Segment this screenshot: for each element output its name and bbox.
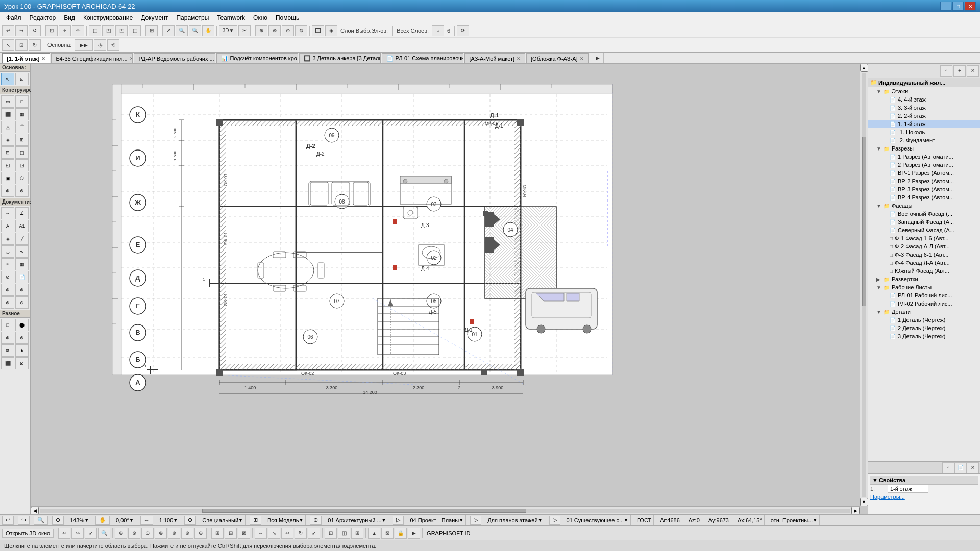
tool-section[interactable]: ⊚	[1, 284, 14, 296]
tb-cut[interactable]: ✂	[238, 25, 251, 36]
bt-snap6[interactable]: ⊜	[181, 528, 193, 539]
tree-razrez1[interactable]: 📄 1 Разрез (Автомати...	[868, 153, 980, 161]
scroll-right[interactable]: ▶	[851, 507, 860, 515]
bt-undo3[interactable]: ↩	[58, 528, 70, 539]
tab-floor1[interactable]: [1. 1-й этаж] ✕	[2, 53, 50, 63]
tb-redo[interactable]: ↪	[15, 25, 28, 36]
tb-view4[interactable]: ◲	[129, 25, 141, 36]
menu-editor[interactable]: Редактор	[26, 13, 60, 22]
tb2-select[interactable]: ↖	[2, 39, 14, 51]
tool-elev[interactable]: ⊛	[15, 284, 29, 296]
tool-misc1[interactable]: □	[1, 319, 14, 331]
h-scroll-thumb[interactable]	[202, 509, 526, 513]
tool-misc2[interactable]: ⬤	[15, 319, 29, 331]
bt-move[interactable]: ↔	[255, 528, 267, 539]
tb-snap3[interactable]: ⊙	[282, 25, 294, 36]
status-nav2[interactable]: ⊙	[52, 516, 64, 525]
tb-layer1[interactable]: 🔲	[312, 25, 324, 36]
tb-view3[interactable]: ◳	[115, 25, 128, 36]
bt-lock[interactable]: 🔒	[395, 528, 407, 539]
tab-maket-close[interactable]: ✕	[517, 56, 521, 61]
bt-dim3[interactable]: ⊠	[238, 528, 250, 539]
tool-select[interactable]: ↖	[1, 73, 14, 85]
status-btn9[interactable]: ▷	[549, 516, 560, 525]
tree-floor1[interactable]: 📄 1. 1-й этаж	[868, 120, 980, 128]
status-btn6[interactable]: ⊙	[310, 516, 322, 525]
status-btn4[interactable]: ⊕	[184, 516, 196, 525]
tool-door[interactable]: ◱	[15, 146, 29, 159]
tb-layer2[interactable]: ◈	[325, 25, 337, 36]
menu-params[interactable]: Параметры	[172, 13, 213, 22]
tree-f1[interactable]: □ Ф-1 Фасад 1-6 (Авт...	[868, 234, 980, 242]
bt-redo3[interactable]: ↪	[71, 528, 84, 539]
tb-view1[interactable]: ◱	[89, 25, 101, 36]
tab-scheme[interactable]: 📄 РЛ-01 Схема планировочно... ✕	[382, 53, 463, 63]
tree-f3[interactable]: □ Ф-3 Фасад 6-1 (Авт...	[868, 251, 980, 259]
tool-roof[interactable]: △	[1, 121, 14, 133]
tool-line[interactable]: ╱	[15, 233, 29, 245]
tree-listы[interactable]: ▼ 📁 Рабочие Листы	[868, 283, 980, 291]
tb-pan[interactable]: ✋	[202, 25, 214, 36]
menu-construct[interactable]: Конструирование	[79, 13, 137, 22]
tab-maket[interactable]: [АЗ-А-Мой макет] ✕	[464, 53, 525, 63]
layer-dropdown[interactable]: ▼	[299, 518, 303, 523]
tree-north[interactable]: 📄 Северный Фасад (А...	[868, 226, 980, 234]
tb2-osnova1[interactable]: ▶▶	[75, 39, 93, 51]
tool-arc[interactable]: ◡	[1, 245, 14, 258]
bt-snap4[interactable]: ⊚	[155, 528, 167, 539]
bt-dim2[interactable]: ⊟	[225, 528, 237, 539]
tb-snap1[interactable]: ⊕	[255, 25, 267, 36]
close-button[interactable]: ✕	[965, 2, 976, 11]
tool-misc8[interactable]: ⊠	[15, 357, 29, 369]
bt-layer-toggle[interactable]: ⊠	[381, 528, 394, 539]
maximize-button[interactable]: □	[952, 2, 964, 11]
tree-f4[interactable]: □ Ф-4 Фасад Л-А (Авт...	[868, 259, 980, 267]
tree-razvertki[interactable]: ▶ 📁 Развертки	[868, 275, 980, 283]
bt-scale[interactable]: ⤢	[308, 528, 320, 539]
tool-label[interactable]: A1	[15, 220, 29, 232]
v-scrollbar[interactable]: ▲ ▼	[860, 64, 868, 506]
tree-vr4[interactable]: 📄 ВР-4 Разрез (Автом...	[868, 193, 980, 202]
tree-floor3[interactable]: 📄 3. 3-й этаж	[868, 104, 980, 112]
status-redo[interactable]: ↪	[18, 516, 30, 525]
bt-snap3[interactable]: ⊙	[141, 528, 154, 539]
rp-home[interactable]: ⌂	[940, 65, 952, 77]
bt-snap1[interactable]: ⊕	[115, 528, 127, 539]
tb2-rotate[interactable]: ↻	[29, 39, 41, 51]
tb-select2[interactable]: ⌖	[59, 25, 71, 36]
tab-detail3[interactable]: 🔲 3 Деталь анкера [3 Деталь] ✕	[299, 53, 381, 63]
tool-wall[interactable]: ▭	[1, 95, 14, 108]
tree-det1[interactable]: 📄 1 Деталь (Чертеж)	[868, 316, 980, 324]
angle-dropdown[interactable]: ▼	[129, 518, 134, 523]
bt-fit[interactable]: ⤢	[85, 528, 97, 539]
tool-select2[interactable]: ⊡	[15, 73, 29, 85]
menu-view[interactable]: Вид	[60, 13, 79, 22]
bt-align2[interactable]: ◫	[338, 528, 350, 539]
canvas-area[interactable]: К И Ж Е Д Г В Б	[31, 64, 868, 514]
tree-razrez2[interactable]: 📄 2 Разрез (Автомати...	[868, 161, 980, 169]
bt-zoom[interactable]: 🔍	[98, 528, 110, 539]
renovation-dropdown[interactable]: ▼	[538, 518, 543, 523]
tool-beam[interactable]: ⬛	[1, 108, 14, 120]
tool-spline[interactable]: ≈	[1, 258, 14, 270]
status-nav1[interactable]: 🔍	[34, 516, 48, 525]
tool-dim-linear[interactable]: ↔	[1, 207, 14, 219]
h-scrollbar[interactable]: ◀ ▶	[31, 506, 860, 514]
tb-select3[interactable]: ✏	[72, 25, 84, 36]
tabs-more-button[interactable]: ▶	[592, 53, 604, 63]
bt-arrow-right[interactable]: ▶	[408, 528, 420, 539]
tree-det2[interactable]: 📄 2 Деталь (Чертеж)	[868, 324, 980, 332]
tb-view2[interactable]: ◰	[102, 25, 114, 36]
tool-obj[interactable]: ⊗	[15, 185, 29, 197]
tab-podschet[interactable]: 📊 Подсчёт компонентов кро... ✕	[216, 53, 298, 63]
projstage-dropdown[interactable]: ▼	[459, 518, 463, 523]
open-3d-button[interactable]: Открыть 3D-окно	[2, 529, 54, 538]
scroll-up[interactable]: ▲	[860, 64, 868, 72]
bt-dim1[interactable]: ⊞	[211, 528, 224, 539]
tab-cover-close[interactable]: ✕	[580, 56, 584, 61]
status-btn8[interactable]: ▷	[470, 516, 481, 525]
scale-dropdown[interactable]: ▼	[173, 518, 178, 523]
tb2-magic[interactable]: ⊡	[15, 39, 28, 51]
tool-misc7[interactable]: ⬛	[1, 357, 14, 369]
tool-drawing[interactable]: 📄	[15, 271, 29, 283]
